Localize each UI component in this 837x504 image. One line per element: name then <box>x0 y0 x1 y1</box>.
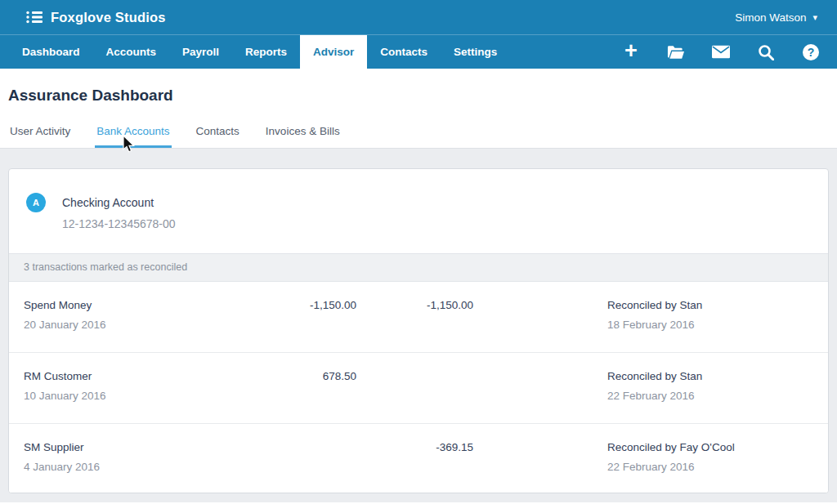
nav-item-advisor[interactable]: Advisor <box>300 35 367 69</box>
account-name: Checking Account <box>62 196 154 209</box>
top-bar: Foxglove Studios Simon Watson ▾ <box>0 0 837 34</box>
list-logo-icon[interactable] <box>26 11 43 24</box>
caret-down-icon: ▾ <box>812 13 817 22</box>
txn-type: Spend Money <box>24 299 213 311</box>
txn-reconciled-cell: Reconciled by Stan 18 February 2016 <box>473 282 828 352</box>
nav-item-dashboard[interactable]: Dashboard <box>9 35 93 69</box>
nav-item-reports[interactable]: Reports <box>232 35 300 69</box>
content-panel: A Checking Account 12-1234-12345678-00 3… <box>0 149 837 502</box>
txn-amount-debit: -1,150.00 <box>213 282 356 352</box>
page-head: Assurance Dashboard User Activity Bank A… <box>0 69 837 149</box>
main-nav: Dashboard Accounts Payroll Reports Advis… <box>0 34 837 69</box>
nav-item-accounts[interactable]: Accounts <box>93 35 170 69</box>
txn-date: 10 January 2016 <box>24 390 213 402</box>
txn-amount-credit: -1,150.00 <box>356 282 473 352</box>
account-number: 12-1234-12345678-00 <box>62 217 176 230</box>
folder-icon[interactable] <box>667 43 685 61</box>
table-row[interactable]: Spend Money 20 January 2016 -1,150.00 -1… <box>9 282 828 353</box>
nav-item-contacts[interactable]: Contacts <box>367 35 441 69</box>
txn-reconciled-cell: Reconciled by Fay O'Cool 22 February 201… <box>473 424 828 493</box>
txn-amount-credit <box>356 353 473 423</box>
tab-bank-accounts[interactable]: Bank Accounts <box>95 125 171 148</box>
reconciled-summary: 3 transactions marked as reconciled <box>9 253 828 282</box>
tab-contacts[interactable]: Contacts <box>195 125 241 148</box>
reconciled-date: 22 February 2016 <box>607 461 828 473</box>
reconciled-date: 18 February 2016 <box>607 319 828 331</box>
tab-bar: User Activity Bank Accounts Contacts Inv… <box>0 125 837 149</box>
tab-invoices-bills[interactable]: Invoices & Bills <box>264 125 342 148</box>
nav-icon-group: + ? <box>622 35 837 69</box>
txn-amount-debit <box>213 424 356 493</box>
txn-type: SM Supplier <box>24 441 213 453</box>
search-icon[interactable] <box>757 43 775 61</box>
user-name: Simon Watson <box>735 11 806 24</box>
avatar: A <box>26 193 46 212</box>
txn-amount-credit: -369.15 <box>356 424 473 493</box>
page-title: Assurance Dashboard <box>0 87 837 105</box>
reconciled-by: Reconciled by Stan <box>607 370 828 382</box>
mail-icon[interactable] <box>712 43 730 61</box>
account-header: A Checking Account 12-1234-12345678-00 <box>9 169 828 253</box>
reconciled-by: Reconciled by Stan <box>607 299 828 311</box>
plus-icon[interactable]: + <box>622 43 640 61</box>
txn-date: 20 January 2016 <box>24 319 213 331</box>
brand-name: Foxglove Studios <box>51 10 166 25</box>
nav-item-payroll[interactable]: Payroll <box>169 35 232 69</box>
txn-type: RM Customer <box>24 370 213 382</box>
txn-name-cell: SM Supplier 4 January 2016 <box>9 424 213 493</box>
brand: Foxglove Studios <box>26 10 166 25</box>
help-icon[interactable]: ? <box>802 43 820 61</box>
txn-name-cell: RM Customer 10 January 2016 <box>9 353 213 423</box>
txn-reconciled-cell: Reconciled by Stan 22 February 2016 <box>473 353 828 423</box>
bank-account-card: A Checking Account 12-1234-12345678-00 3… <box>8 168 829 493</box>
reconciled-date: 22 February 2016 <box>607 390 828 402</box>
tab-user-activity[interactable]: User Activity <box>8 125 72 148</box>
txn-amount-debit: 678.50 <box>213 353 356 423</box>
nav-item-settings[interactable]: Settings <box>441 35 510 69</box>
table-row[interactable]: RM Customer 10 January 2016 678.50 Recon… <box>9 353 828 424</box>
user-menu[interactable]: Simon Watson ▾ <box>735 11 817 24</box>
txn-name-cell: Spend Money 20 January 2016 <box>9 282 213 352</box>
reconciled-by: Reconciled by Fay O'Cool <box>607 441 828 453</box>
txn-date: 4 January 2016 <box>24 461 213 473</box>
table-row[interactable]: SM Supplier 4 January 2016 -369.15 Recon… <box>9 424 828 493</box>
